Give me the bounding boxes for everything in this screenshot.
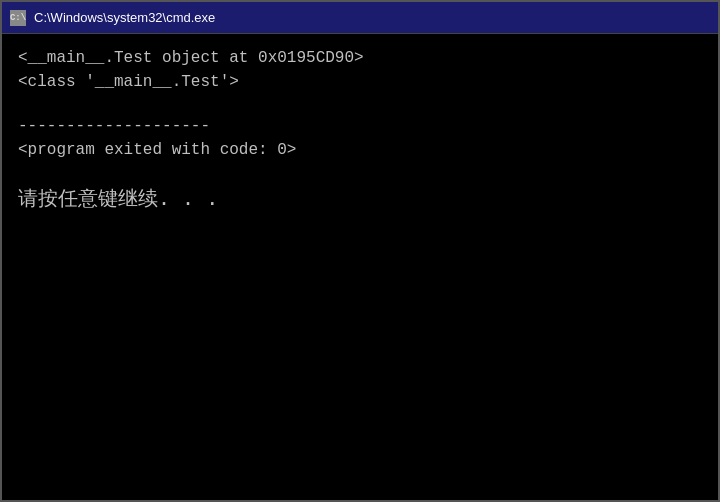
terminal-line-2: <class '__main__.Test'> xyxy=(18,70,702,94)
title-bar: C:\ C:\Windows\system32\cmd.exe xyxy=(2,2,718,34)
terminal-separator: -------------------- xyxy=(18,114,702,138)
terminal-line-1: <__main__.Test object at 0x0195CD90> xyxy=(18,46,702,70)
cmd-icon: C:\ xyxy=(10,10,26,26)
terminal-line-continue: 请按任意键继续. . . xyxy=(18,182,702,214)
spacer-1 xyxy=(18,94,702,114)
terminal-body[interactable]: <__main__.Test object at 0x0195CD90> <cl… xyxy=(2,34,718,500)
spacer-2 xyxy=(18,162,702,182)
cmd-window: C:\ C:\Windows\system32\cmd.exe <__main_… xyxy=(0,0,720,502)
window-title: C:\Windows\system32\cmd.exe xyxy=(34,10,215,25)
terminal-line-exit: <program exited with code: 0> xyxy=(18,138,702,162)
